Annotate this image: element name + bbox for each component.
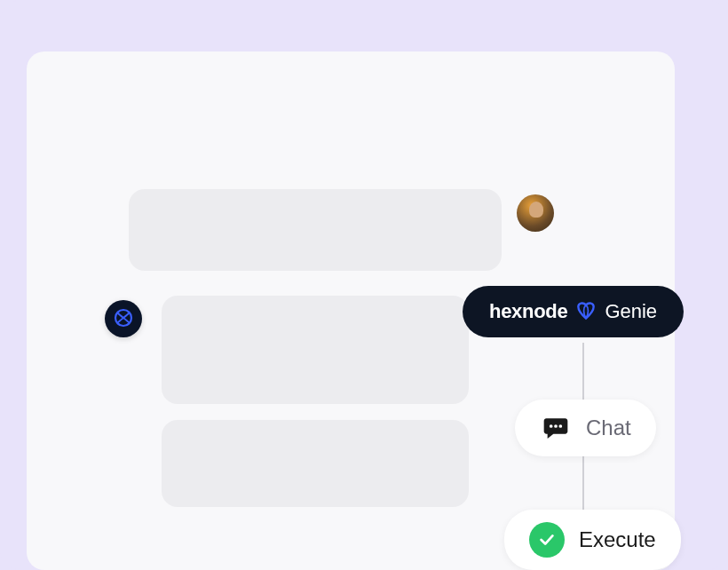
user-avatar [517, 194, 554, 232]
hexnode-logo-icon [574, 300, 597, 323]
genie-brand-text: hexnode [489, 300, 567, 323]
bot-message-bubble-1 [162, 296, 469, 404]
execute-action-pill[interactable]: Execute [504, 510, 681, 570]
chat-bubble-icon [540, 412, 572, 444]
genie-pill[interactable]: hexnode Genie [463, 286, 684, 337]
chat-action-pill[interactable]: Chat [515, 400, 656, 456]
bot-avatar [105, 300, 142, 337]
chat-action-label: Chat [586, 416, 631, 440]
background-container: hexnode Genie Chat Execute [0, 0, 728, 570]
svg-point-0 [550, 424, 553, 428]
svg-point-1 [554, 424, 558, 428]
checkmark-icon [529, 522, 565, 558]
svg-point-2 [558, 424, 562, 428]
bot-message-bubble-2 [162, 420, 469, 507]
hexnode-logo-icon [113, 308, 134, 329]
execute-action-label: Execute [579, 527, 656, 552]
genie-name-text: Genie [605, 300, 657, 323]
user-message-bubble [129, 189, 502, 271]
